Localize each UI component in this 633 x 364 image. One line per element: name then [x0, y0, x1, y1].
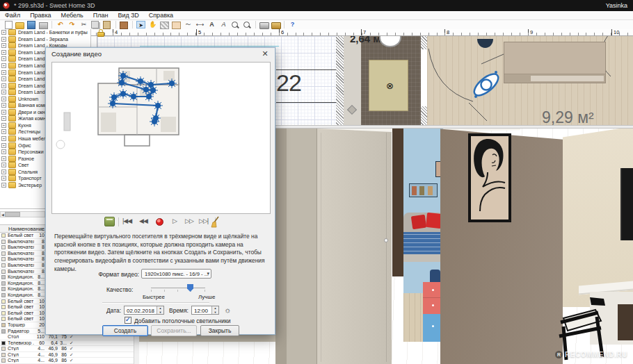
add-text-icon[interactable]: A	[207, 21, 216, 28]
video-path-preview[interactable]	[51, 62, 271, 214]
ceiling-lights-checkbox[interactable]: ✓	[125, 317, 131, 324]
quality-slider[interactable]	[151, 284, 205, 292]
expander-icon[interactable]: +	[1, 156, 6, 161]
expander-icon[interactable]: +	[1, 149, 6, 154]
expander-icon[interactable]: +	[1, 116, 6, 121]
menu-plan[interactable]: План	[88, 12, 113, 19]
portrait-picture	[468, 133, 511, 222]
dialog-instructions: Перемещайте виртуального посетителя в тр…	[54, 233, 269, 274]
cut-icon[interactable]: ✂	[79, 21, 88, 28]
time-spinner[interactable]: 12:00 ▲▼	[191, 306, 219, 315]
expander-icon[interactable]: +	[1, 83, 6, 88]
wall-edge	[275, 126, 287, 364]
create-walls-icon[interactable]	[160, 21, 169, 28]
close-icon[interactable]: ✕	[260, 49, 270, 58]
help-icon[interactable]: ?	[288, 21, 297, 28]
skip-start-icon[interactable]: |◀◀	[122, 217, 131, 224]
menu-file[interactable]: Файл	[0, 12, 25, 19]
toolbar-separator	[132, 21, 133, 28]
select-icon[interactable]: ➤	[136, 21, 145, 28]
column-more[interactable]: …	[40, 226, 45, 232]
slider-thumb[interactable]	[187, 284, 193, 292]
expander-icon[interactable]: +	[1, 163, 6, 167]
undo-icon[interactable]: ↶	[56, 21, 65, 28]
expander-icon[interactable]: +	[1, 110, 6, 115]
table-row[interactable]: Стул4...46,986✓	[0, 358, 139, 364]
expander-icon[interactable]: +	[1, 123, 6, 128]
delete-path-icon[interactable]	[104, 217, 115, 226]
expander-icon[interactable]: +	[1, 143, 6, 148]
add-text-italic-icon[interactable]: A	[219, 21, 228, 28]
daylight-icon: ☼	[224, 306, 231, 314]
save-button[interactable]: Сохранить...	[151, 325, 197, 336]
coral-drawers	[423, 282, 443, 314]
broom-icon[interactable]	[210, 216, 221, 228]
menu-view3d[interactable]: Вид 3D	[113, 12, 143, 19]
expander-icon[interactable]: +	[1, 70, 6, 75]
menu-furniture[interactable]: Мебель	[56, 12, 88, 19]
copy-icon[interactable]	[91, 21, 100, 28]
expander-icon[interactable]: +	[1, 129, 6, 134]
quality-best-label: Лучше	[198, 294, 215, 300]
close-button[interactable]: Закрыть	[200, 325, 239, 336]
expander-icon[interactable]: +	[1, 90, 6, 94]
redo-icon[interactable]: ↷	[67, 21, 77, 28]
ruler-number: 10	[611, 29, 619, 35]
expander-icon[interactable]: +	[1, 63, 6, 68]
skip-end-icon[interactable]: ▷▷|	[199, 217, 208, 224]
app-logo-icon	[3, 2, 10, 9]
expander-icon[interactable]: +	[1, 169, 6, 174]
expander-icon[interactable]: +	[1, 97, 6, 101]
ruler-number: 8	[444, 29, 449, 35]
create-button[interactable]: Создать	[102, 325, 148, 336]
drawer-knob	[432, 325, 434, 327]
horizontal-scrollbar[interactable]: ◀	[0, 211, 45, 217]
expander-icon[interactable]: +	[1, 37, 6, 42]
expander-icon[interactable]: +	[1, 76, 6, 81]
record-icon[interactable]	[156, 218, 163, 226]
catalog-category[interactable]: +Dream Land - Банкетки и пуфы	[0, 29, 90, 36]
spinner-buttons[interactable]: ▲▼	[157, 306, 163, 314]
watermark-text: RECOMMEND.RU	[565, 351, 627, 358]
expander-icon[interactable]: +	[1, 50, 6, 55]
rewind-icon[interactable]: ◀◀	[139, 217, 147, 224]
add-furniture-icon[interactable]	[120, 21, 129, 28]
menu-help[interactable]: Справка	[144, 12, 178, 19]
create-dimensions-icon[interactable]: ⟷	[195, 21, 205, 28]
time-value: 12:00	[194, 308, 208, 314]
play-icon[interactable]: ▷	[173, 217, 177, 224]
scrollbar-thumb[interactable]	[5, 212, 20, 217]
fast-forward-icon[interactable]: ▷▷	[185, 217, 193, 224]
date-spinner[interactable]: 02.02.2018 ▲▼	[124, 306, 164, 315]
table-row[interactable]: Стул4...46,986✓	[0, 346, 139, 352]
print-icon[interactable]	[39, 21, 48, 28]
table-row[interactable]: Стул4...46,986✓	[0, 352, 139, 358]
wall-hatched	[421, 106, 427, 125]
table-row[interactable]: Телевизор ...606,43...✓	[0, 340, 139, 347]
video-format-select[interactable]: 1920x1080 пикс. - 16/9 - ... ▾	[141, 269, 211, 279]
expander-icon[interactable]: +	[1, 43, 6, 48]
zoom-in-icon[interactable]	[243, 21, 252, 28]
save-icon[interactable]	[27, 21, 36, 28]
expander-icon[interactable]: +	[1, 103, 6, 108]
door-panel-line	[386, 133, 387, 362]
create-rooms-icon[interactable]	[172, 21, 181, 28]
zoom-out-icon[interactable]	[231, 21, 240, 28]
expander-icon[interactable]: +	[1, 183, 6, 188]
video-icon[interactable]	[271, 21, 280, 28]
paste-icon[interactable]	[103, 21, 112, 28]
dialog-title-bar[interactable]: Создание видео ✕	[46, 48, 275, 60]
open-icon[interactable]	[15, 21, 24, 28]
expander-icon[interactable]: +	[1, 30, 6, 35]
expander-icon[interactable]: +	[1, 56, 6, 61]
new-plan-icon[interactable]	[3, 21, 13, 28]
menu-edit[interactable]: Правка	[25, 12, 56, 19]
expander-icon[interactable]: +	[1, 136, 6, 141]
photo-icon[interactable]	[259, 21, 269, 28]
pan-icon[interactable]: ✋	[148, 21, 157, 28]
expander-icon[interactable]: +	[1, 176, 6, 181]
folder-icon	[8, 169, 16, 175]
catalog-category[interactable]: +Dream Land - Зеркала	[0, 36, 90, 43]
create-polylines-icon[interactable]: 〜	[184, 21, 193, 28]
spinner-buttons[interactable]: ▲▼	[211, 306, 218, 314]
